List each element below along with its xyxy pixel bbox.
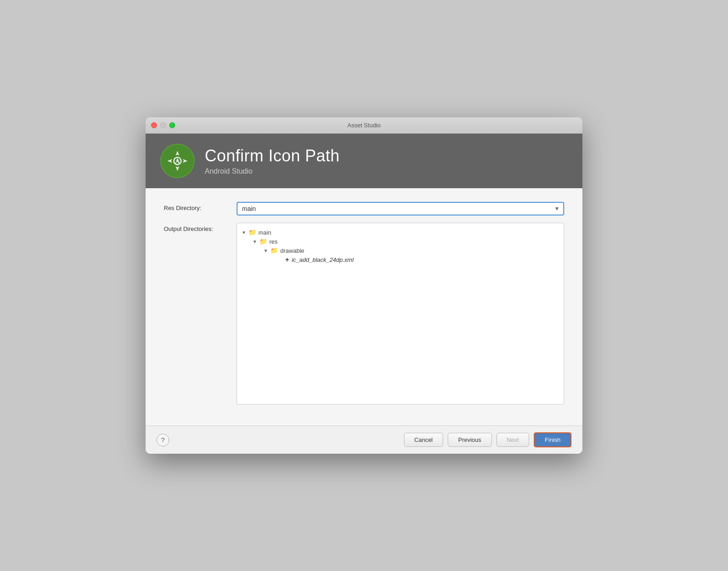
- previous-button[interactable]: Previous: [448, 433, 492, 447]
- tree-expand-main: ▼: [242, 230, 246, 235]
- res-directory-label: Res Directory:: [164, 202, 237, 211]
- new-file-plus-icon: +: [285, 256, 289, 263]
- tree-item-main[interactable]: ▼ 📁 main: [242, 228, 559, 237]
- close-button[interactable]: [151, 122, 157, 128]
- folder-icon-main: 📁: [248, 229, 256, 236]
- dialog-header: A Confirm Icon Path Android Studio: [146, 134, 582, 188]
- tree-label-res: res: [269, 238, 278, 245]
- maximize-button[interactable]: [169, 122, 175, 128]
- tree-item-new-file: + ic_add_black_24dp.xml: [242, 255, 559, 264]
- directory-tree: ▼ 📁 main ▼ 📁 res ▼ 📁 drawable: [237, 223, 564, 405]
- tree-item-drawable[interactable]: ▼ 📁 drawable: [242, 246, 559, 255]
- folder-icon-drawable: 📁: [270, 247, 278, 254]
- header-text: Confirm Icon Path Android Studio: [205, 146, 340, 175]
- help-button[interactable]: ?: [157, 434, 169, 446]
- res-directory-select[interactable]: main: [237, 202, 564, 215]
- footer-right: Cancel Previous Next Finish: [404, 432, 571, 447]
- folder-icon-res: 📁: [259, 238, 267, 245]
- tree-label-drawable: drawable: [280, 247, 304, 254]
- output-directories-control: ▼ 📁 main ▼ 📁 res ▼ 📁 drawable: [237, 223, 564, 405]
- res-directory-row: Res Directory: main ▼: [164, 202, 564, 215]
- title-bar: Asset Studio: [146, 117, 582, 134]
- res-directory-control: main ▼: [237, 202, 564, 215]
- android-studio-logo: A: [159, 143, 196, 179]
- output-directories-label: Output Directories:: [164, 223, 237, 232]
- dialog-subtitle: Android Studio: [205, 167, 340, 175]
- next-button[interactable]: Next: [496, 433, 530, 447]
- finish-button[interactable]: Finish: [534, 432, 571, 447]
- footer-left: ?: [157, 434, 169, 446]
- dialog-title: Confirm Icon Path: [205, 146, 340, 165]
- window-title: Asset Studio: [348, 122, 381, 129]
- main-window: Asset Studio A Confirm Icon Path Android…: [146, 117, 582, 454]
- tree-item-res[interactable]: ▼ 📁 res: [242, 237, 559, 246]
- traffic-lights: [151, 122, 175, 128]
- tree-expand-drawable: ▼: [263, 248, 268, 253]
- output-directories-row: Output Directories: ▼ 📁 main ▼ 📁 res: [164, 223, 564, 405]
- tree-expand-res: ▼: [253, 239, 257, 244]
- dialog-content: Res Directory: main ▼ Output Directories…: [146, 188, 582, 426]
- svg-text:A: A: [175, 158, 180, 165]
- tree-label-main: main: [258, 229, 271, 236]
- cancel-button[interactable]: Cancel: [404, 433, 443, 447]
- minimize-button[interactable]: [160, 122, 166, 128]
- new-file-name: ic_add_black_24dp.xml: [292, 256, 354, 263]
- dialog-footer: ? Cancel Previous Next Finish: [146, 426, 582, 454]
